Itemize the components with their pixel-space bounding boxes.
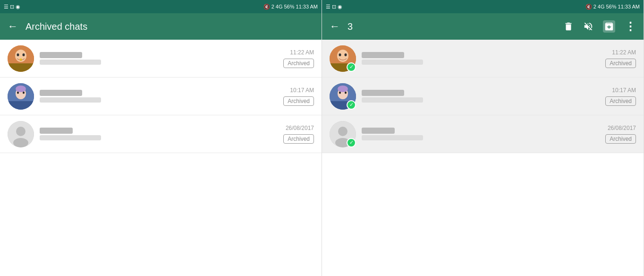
chat-info	[362, 90, 605, 103]
svg-point-10	[16, 86, 26, 92]
wifi-icon: ☰	[4, 4, 8, 10]
battery-text: 56%	[284, 4, 294, 9]
right-status-bar: ☰ ⊡ ◉ 🔇 2 4G 56% 11:33 AM	[322, 0, 644, 13]
avatar	[8, 83, 34, 110]
more-options-button[interactable]: ⋮	[625, 20, 636, 33]
chat-name	[362, 128, 395, 134]
toolbar-actions: ⋮	[563, 20, 636, 33]
right-toolbar: ← 3 ⋮	[322, 13, 644, 40]
archived-badge: Archived	[605, 59, 636, 68]
mute-status-icon: 🔇	[263, 4, 270, 10]
chat-time: 10:17 AM	[612, 87, 636, 94]
avatar: 😊	[8, 45, 34, 72]
chat-item[interactable]: 26/08/2017 Archived	[0, 115, 322, 153]
chat-info	[362, 128, 605, 140]
chat-preview	[362, 97, 423, 103]
avatar-wrap: ✓	[330, 121, 356, 147]
svg-rect-11	[8, 101, 34, 110]
chat-preview	[40, 135, 101, 140]
mute-status-icon-r: 🔇	[585, 4, 592, 10]
right-panel: ☰ ⊡ ◉ 🔇 2 4G 56% 11:33 AM ← 3	[322, 0, 644, 276]
page-title: Archived chats	[25, 21, 314, 32]
sim-number: 2	[271, 4, 274, 9]
network-type-r: 4G	[598, 4, 605, 9]
svg-point-17	[339, 53, 341, 56]
svg-point-14	[13, 138, 28, 147]
signal-icon-r: ⊡	[332, 4, 336, 10]
chat-time: 26/08/2017	[286, 125, 314, 131]
selection-count: 3	[347, 21, 556, 32]
chat-item[interactable]: ✓ 10:17 AM Archived	[322, 78, 644, 115]
chat-info	[40, 128, 283, 140]
selection-checkmark: ✓	[347, 62, 356, 72]
chat-meta: 26/08/2017 Archived	[605, 125, 636, 144]
chat-info	[362, 52, 605, 65]
chat-item[interactable]: 😊 11:22 AM Archived	[0, 40, 322, 78]
chat-meta: 11:22 AM Archived	[283, 49, 314, 68]
left-status-icons-r: ☰ ⊡ ◉	[326, 4, 342, 10]
chat-preview	[40, 60, 101, 65]
delete-button[interactable]	[563, 21, 574, 32]
time-display: 11:33 AM	[296, 4, 318, 9]
svg-point-27	[338, 127, 347, 136]
right-status-icons: 🔇 2 4G 56% 11:33 AM	[263, 4, 318, 10]
chat-item[interactable]: 10:17 AM Archived	[0, 78, 322, 115]
svg-point-13	[16, 127, 25, 136]
chat-info	[40, 90, 283, 103]
svg-rect-4	[8, 63, 34, 72]
chat-item[interactable]: ✓ 26/08/2017 Archived	[322, 115, 644, 153]
chat-item[interactable]: ✓ 11:22 AM Archived	[322, 40, 644, 78]
network-icon-r: ◉	[338, 4, 342, 10]
archived-badge: Archived	[283, 59, 314, 68]
selection-checkmark: ✓	[347, 138, 356, 147]
left-chat-list: 😊 11:22 AM Archived	[0, 40, 322, 276]
signal-icon: ⊡	[10, 4, 14, 10]
avatar-wrap: ✓	[330, 45, 356, 72]
chat-name	[362, 90, 404, 96]
chat-info	[40, 52, 283, 65]
chat-preview	[40, 97, 101, 103]
chat-name	[40, 128, 73, 134]
left-panel: ☰ ⊡ ◉ 🔇 2 4G 56% 11:33 AM ← Archived cha…	[0, 0, 322, 276]
svg-point-2	[17, 53, 19, 56]
network-icon: ◉	[16, 4, 20, 10]
archived-badge: Archived	[605, 134, 636, 144]
svg-point-3	[23, 53, 25, 56]
chat-time: 10:17 AM	[290, 87, 314, 94]
archived-badge: Archived	[283, 96, 314, 106]
right-chat-list: ✓ 11:22 AM Archived	[322, 40, 644, 276]
svg-text:😊: 😊	[19, 58, 23, 61]
sim-number-r: 2	[593, 4, 596, 9]
selection-checkmark: ✓	[347, 100, 356, 110]
left-status-bar: ☰ ⊡ ◉ 🔇 2 4G 56% 11:33 AM	[0, 0, 322, 13]
battery-text-r: 56%	[606, 4, 616, 9]
chat-name	[362, 52, 404, 58]
chat-meta: 10:17 AM Archived	[605, 87, 636, 106]
chat-meta: 26/08/2017 Archived	[283, 125, 314, 144]
back-button[interactable]: ←	[8, 21, 18, 32]
avatar-wrap	[8, 83, 34, 110]
svg-point-24	[338, 86, 348, 92]
chat-meta: 11:22 AM Archived	[605, 49, 636, 68]
left-status-icons: ☰ ⊡ ◉	[4, 4, 20, 10]
avatar-wrap	[8, 121, 34, 147]
network-type: 4G	[276, 4, 283, 9]
unarchive-button[interactable]	[603, 20, 615, 33]
time-display-r: 11:33 AM	[618, 4, 640, 9]
mute-button[interactable]	[583, 21, 593, 32]
archived-badge: Archived	[283, 134, 314, 144]
chat-time: 26/08/2017	[608, 125, 636, 131]
avatar-wrap: ✓	[330, 83, 356, 110]
chat-name	[40, 90, 82, 96]
svg-point-18	[345, 53, 347, 56]
chat-preview	[362, 60, 423, 65]
wifi-icon-r: ☰	[326, 4, 330, 10]
archived-badge: Archived	[605, 96, 636, 106]
back-button-r[interactable]: ←	[330, 21, 340, 32]
avatar	[8, 121, 34, 147]
right-status-icons-r: 🔇 2 4G 56% 11:33 AM	[585, 4, 640, 10]
left-toolbar: ← Archived chats	[0, 13, 322, 40]
avatar-wrap: 😊	[8, 45, 34, 72]
chat-name	[40, 52, 82, 58]
chat-preview	[362, 135, 423, 140]
